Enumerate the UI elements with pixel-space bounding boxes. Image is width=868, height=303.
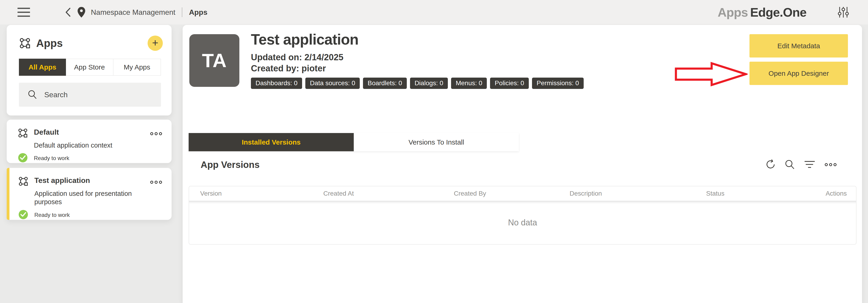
breadcrumb-current: Apps (189, 8, 207, 17)
edit-metadata-button[interactable]: Edit Metadata (749, 34, 848, 57)
breadcrumb-divider (182, 7, 182, 17)
refresh-button[interactable] (765, 159, 776, 170)
column-header-description: Description (569, 190, 706, 197)
stat-badge-data-sources: Data sources: 0 (305, 78, 360, 89)
stat-badge-boardlets: Boardlets: 0 (363, 78, 407, 89)
more-dots-icon (150, 180, 162, 184)
stat-badges-row: Dashboards: 0 Data sources: 0 Boardlets:… (251, 78, 584, 89)
breadcrumb-parent[interactable]: Namespace Management (91, 8, 175, 17)
apps-panel-header: Apps + (7, 25, 172, 51)
stat-badge-menus: Menus: 0 (451, 78, 487, 89)
logo-light-text: Apps (718, 5, 748, 19)
app-card-title: Test application (34, 176, 149, 187)
sidebar-tabs: All Apps App Store My Apps (19, 59, 161, 76)
filter-icon (804, 160, 815, 169)
app-card-default[interactable]: Default Default application context Read… (7, 120, 172, 163)
refresh-icon (765, 159, 776, 170)
settings-button[interactable] (838, 6, 849, 18)
table-toolbar (765, 159, 837, 170)
back-button[interactable] (65, 7, 71, 17)
table-header-row: Version Created At Created By Descriptio… (189, 186, 856, 201)
detail-actions: Edit Metadata Open App Designer (749, 34, 848, 85)
section-title: App Versions (200, 160, 260, 170)
card-menu-button[interactable] (150, 176, 162, 187)
table-empty-state: No data (189, 201, 856, 244)
app-logo: AppsEdge.One (718, 5, 806, 19)
add-app-button[interactable]: + (148, 35, 163, 51)
table-search-button[interactable] (784, 159, 795, 170)
app-card-test-application[interactable]: Test application Application used for pr… (7, 168, 172, 220)
tab-app-store[interactable]: App Store (66, 59, 114, 76)
empty-text: No data (508, 218, 537, 227)
page-title: Test application (251, 31, 359, 48)
stat-badge-dialogs: Dialogs: 0 (410, 78, 448, 89)
updated-on-text: Updated on: 2/14/2025 (251, 52, 359, 63)
app-detail-panel: TA Test application Updated on: 2/14/202… (183, 25, 862, 303)
app-versions-header: App Versions (200, 159, 837, 170)
column-header-status: Status (706, 190, 822, 197)
app-card-icon (19, 176, 34, 187)
logo-bold-text: Edge.One (750, 5, 806, 19)
app-card-title: Default (34, 128, 149, 138)
table-more-button[interactable] (824, 163, 837, 167)
status-check-icon (18, 153, 27, 162)
app-card-status: Ready to work (34, 212, 149, 218)
stat-badge-permissions: Permissions: 0 (532, 78, 584, 89)
search-input[interactable] (44, 90, 152, 99)
more-dots-icon (824, 163, 837, 167)
search-icon (28, 90, 37, 100)
status-check-icon (19, 210, 28, 219)
apps-icon (20, 38, 30, 49)
version-tabs: Installed Versions Versions To Install (189, 133, 519, 151)
card-menu-button[interactable] (150, 128, 162, 138)
created-by-text: Created by: pioter (251, 63, 359, 74)
column-header-actions: Actions (826, 190, 847, 197)
app-card-status: Ready to work (34, 155, 149, 161)
versions-table: Version Created At Created By Descriptio… (189, 186, 857, 245)
tab-installed-versions[interactable]: Installed Versions (189, 133, 354, 151)
stat-badge-dashboards: Dashboards: 0 (251, 78, 302, 89)
tab-all-apps[interactable]: All Apps (19, 59, 66, 76)
search-icon (784, 159, 795, 170)
location-pin-icon (77, 6, 86, 18)
column-header-created-by: Created By (454, 190, 569, 197)
column-header-version: Version (200, 190, 323, 197)
more-dots-icon (150, 132, 162, 136)
stat-badge-policies: Policies: 0 (490, 78, 529, 89)
app-card-icon (18, 128, 34, 138)
hamburger-icon (17, 7, 30, 18)
app-card-description: Application used for presentation purpos… (34, 189, 145, 207)
app-avatar: TA (189, 34, 239, 87)
menu-button[interactable] (17, 7, 30, 18)
tab-my-apps[interactable]: My Apps (114, 59, 161, 76)
filter-button[interactable] (804, 160, 815, 169)
sliders-icon (838, 6, 849, 18)
app-card-description: Default application context (34, 141, 145, 150)
chevron-left-icon (65, 7, 71, 17)
annotation-arrow-icon (675, 62, 748, 86)
open-app-designer-button[interactable]: Open App Designer (749, 62, 848, 85)
column-header-created-at: Created At (323, 190, 454, 197)
sidebar-title: Apps (36, 37, 63, 49)
top-bar: Namespace Management Apps AppsEdge.One (0, 0, 868, 25)
apps-panel: Apps + All Apps App Store My Apps (7, 25, 172, 115)
search-box[interactable] (19, 83, 161, 107)
tab-versions-to-install[interactable]: Versions To Install (354, 133, 519, 151)
app-info: Test application Updated on: 2/14/2025 C… (251, 31, 359, 74)
